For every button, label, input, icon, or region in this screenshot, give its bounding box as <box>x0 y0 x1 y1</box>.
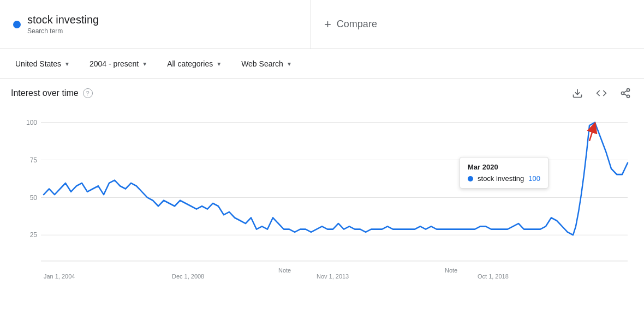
svg-text:100: 100 <box>26 119 37 126</box>
help-icon[interactable]: ? <box>83 88 93 98</box>
chart-container: 100 75 50 25 Jan 1, 2004 Dec 1, 2008 Nov… <box>11 105 633 301</box>
region-filter[interactable]: United States ▼ <box>11 56 74 71</box>
tooltip-value: 100 <box>528 174 540 183</box>
region-label: United States <box>15 59 61 68</box>
chart-header: Interest over time ? <box>11 86 633 101</box>
search-term-dot <box>13 21 21 28</box>
search-type-label: Web Search <box>241 59 283 68</box>
plus-icon: + <box>324 17 331 32</box>
tooltip-date: Mar 2020 <box>468 163 540 171</box>
svg-text:Note: Note <box>278 267 291 274</box>
svg-text:Nov 1, 2013: Nov 1, 2013 <box>317 272 349 279</box>
chart-title: Interest over time <box>11 88 79 98</box>
compare-label: Compare <box>337 19 377 30</box>
region-chevron: ▼ <box>64 61 70 67</box>
time-range-filter[interactable]: 2004 - present ▼ <box>85 56 152 71</box>
filter-bar: United States ▼ 2004 - present ▼ All cat… <box>0 49 644 79</box>
svg-text:25: 25 <box>30 231 37 239</box>
svg-text:75: 75 <box>30 156 37 164</box>
svg-line-21 <box>589 127 594 141</box>
category-filter[interactable]: All categories ▼ <box>163 56 226 71</box>
svg-text:Dec 1, 2008: Dec 1, 2008 <box>172 272 204 279</box>
trend-chart: 100 75 50 25 Jan 1, 2004 Dec 1, 2008 Nov… <box>11 105 633 301</box>
svg-text:Jan 1, 2004: Jan 1, 2004 <box>44 272 75 279</box>
search-type-filter[interactable]: Web Search ▼ <box>237 56 296 71</box>
chart-title-area: Interest over time ? <box>11 88 93 98</box>
download-button[interactable] <box>570 86 585 101</box>
category-label: All categories <box>167 59 213 68</box>
svg-line-5 <box>624 90 627 92</box>
time-range-label: 2004 - present <box>90 59 139 68</box>
chart-tooltip: Mar 2020 stock investing 100 <box>460 157 548 189</box>
svg-point-3 <box>627 95 630 98</box>
compare-panel[interactable]: + Compare <box>311 0 644 49</box>
search-term-type: Search term <box>27 27 99 35</box>
svg-point-2 <box>622 92 624 95</box>
category-chevron: ▼ <box>216 61 222 67</box>
search-term-text: stock investing Search term <box>27 14 99 35</box>
svg-point-1 <box>627 89 630 92</box>
tooltip-dot <box>468 176 473 181</box>
time-range-chevron: ▼ <box>142 61 147 67</box>
search-term-title: stock investing <box>27 14 99 26</box>
svg-text:Oct 1, 2018: Oct 1, 2018 <box>478 272 509 279</box>
embed-button[interactable] <box>594 86 609 101</box>
search-term-panel: stock investing Search term <box>0 0 311 49</box>
chart-actions <box>570 86 633 101</box>
share-button[interactable] <box>618 86 633 101</box>
search-type-chevron: ▼ <box>287 61 292 67</box>
chart-section: Interest over time ? <box>0 79 644 327</box>
svg-line-4 <box>624 94 627 95</box>
tooltip-term: stock investing <box>478 174 524 183</box>
svg-text:50: 50 <box>30 193 37 201</box>
tooltip-row: stock investing 100 <box>468 174 540 183</box>
svg-text:Note: Note <box>445 267 457 274</box>
